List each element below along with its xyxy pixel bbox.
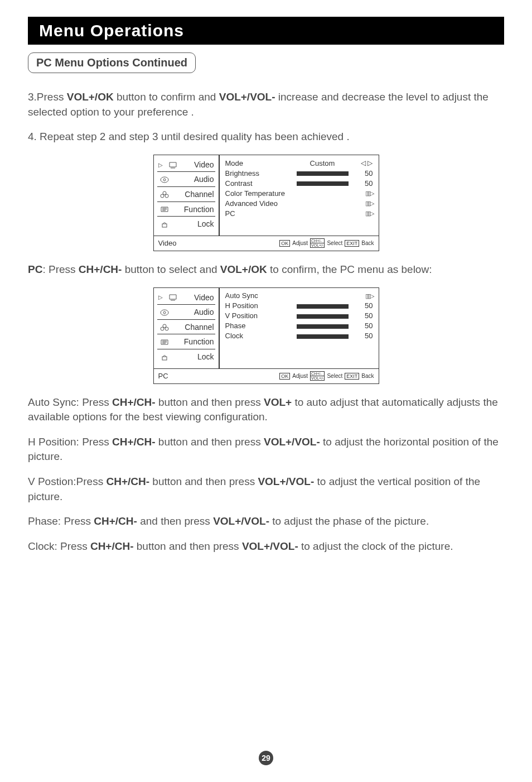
osd-tab-lock[interactable]: Lock [157,217,215,231]
osd2-tab-lock[interactable]: Lock [157,349,215,364]
osd-row-mode[interactable]: Mode Custom ◁ ▷ [225,159,373,169]
pc-intro-b1: CH+/CH- [79,263,122,275]
tab-channel-label: Channel [174,189,214,200]
video-icon [167,293,180,302]
brightness-label: Brightness [225,169,292,179]
tab-audio-label: Audio [174,307,214,318]
osd2-row-phase[interactable]: Phase 50 [225,322,373,332]
osd-tab-function[interactable]: Function [157,202,215,217]
vpos-b2: VOL+/VOL- [258,476,314,487]
autosync-label: Auto Sync [225,291,349,301]
lock-icon [158,220,171,229]
osd2-tab-channel[interactable]: Channel [157,320,215,335]
pc-intro-b2: VOL+/OK [220,263,267,275]
osd-pc: ▷ Video Audio [153,287,379,384]
vpos-desc: V Postion:Press CH+/CH- button and then … [28,474,504,504]
osd2-tabs: ▷ Video Audio [154,288,220,368]
osd2-row-hpos[interactable]: H Position 50 [225,301,373,311]
phase-label: Phase [225,321,292,331]
svg-point-6 [161,310,168,315]
pc-label: PC [225,209,349,219]
contrast-bar [297,181,349,186]
autosync-desc: Auto Sync: Press CH+/CH- button and then… [28,395,504,425]
svg-point-0 [161,177,168,183]
osd-footer-context: Video [158,238,280,248]
autosync-pre: Auto Sync: Press [28,396,112,408]
contrast-value: 50 [353,179,373,189]
osd2-items: Auto Sync ▯▯▷ H Position 50 V Position 5… [220,288,379,368]
osd2-footer-context: PC [158,371,280,381]
phase-bar [297,324,349,329]
brightness-value: 50 [353,169,373,179]
osd-items: Mode Custom ◁ ▷ Brightness 50 Contrast [220,155,379,236]
osd-tabs: ▷ Video Audio [154,155,220,236]
autosync-b2: VOL+ [264,396,292,408]
hpos-b1: CH+/CH- [112,436,156,448]
clock-mid: button and then press [134,540,242,552]
phase-value: 50 [353,321,373,331]
osd-video: ▷ Video Audio [153,155,379,251]
mode-arrows-icon: ◁ ▷ [353,159,373,168]
osd-row-advvideo[interactable]: Advanced Video ▯▯▷ [225,199,373,209]
advvideo-arrow-icon: ▯▯▷ [353,199,373,208]
tab-function-label: Function [174,337,214,348]
step3-pre: 3.Press [28,91,67,103]
vpos-mid: button and then press [149,476,258,487]
osd-row-colortemp[interactable]: Color Temperature ▯▯▷ [225,189,373,199]
clock-bar [297,334,349,339]
footer-select: Select [327,239,342,247]
vpos-pre: V Postion:Press [28,476,106,487]
step3-b2: VOL+/VOL- [219,91,275,103]
colortemp-label: Color Temperature [225,189,349,199]
tab-audio-label: Audio [174,174,214,185]
phase-pre: Phase: Press [28,515,94,527]
page-subtitle: PC Menu Options Continued [28,52,196,73]
footer-select: Select [327,372,342,380]
footer-ok-key: OK [279,373,290,380]
osd-row-contrast[interactable]: Contrast 50 [225,179,373,189]
channel-icon [158,323,171,332]
clock-b2: VOL+/VOL- [242,540,298,552]
osd2-tab-video[interactable]: ▷ Video [157,290,215,305]
footer-chvol-key: CH+/-VOL+/- [310,371,325,381]
osd-tab-video[interactable]: ▷ Video [157,157,215,172]
audio-icon [158,175,171,184]
audio-icon [158,308,171,317]
svg-rect-5 [162,224,167,227]
function-icon [158,205,171,214]
osd-tab-channel[interactable]: Channel [157,187,215,202]
clock-label: Clock [225,331,292,341]
osd2-tab-function[interactable]: Function [157,334,215,349]
pc-intro-post: to confirm, the PC menu as below: [267,263,432,275]
osd2-footer: PC OK Adjust CH+/-VOL+/- Select EXIT Bac… [154,368,379,383]
osd2-row-clock[interactable]: Clock 50 [225,332,373,342]
clock-value: 50 [353,331,373,341]
autosync-arrow-icon: ▯▯▷ [353,292,373,300]
autosync-b1: CH+/CH- [112,396,156,408]
video-icon [167,161,180,170]
phase-mid: and then press [137,515,213,527]
osd-row-pc[interactable]: PC ▯▯▷ [225,209,373,219]
footer-back: Back [361,239,374,247]
phase-post: to adjust the phase of the picture. [269,515,429,527]
vpos-label: V Position [225,311,292,321]
hpos-bar [297,304,349,309]
osd-row-brightness[interactable]: Brightness 50 [225,169,373,179]
hpos-pre: H Position: Press [28,436,112,448]
tab-video-label: Video [183,160,214,171]
phase-desc: Phase: Press CH+/CH- and then press VOL+… [28,514,504,529]
clock-pre: Clock: Press [28,540,90,552]
lock-icon [158,353,171,362]
clock-b1: CH+/CH- [90,540,134,552]
tab-lock-label: Lock [174,219,214,230]
vpos-bar [297,314,349,319]
function-icon [158,338,171,347]
caret-icon: ▷ [158,161,163,169]
osd-tab-audio[interactable]: Audio [157,172,215,187]
colortemp-arrow-icon: ▯▯▷ [353,189,373,198]
osd2-row-autosync[interactable]: Auto Sync ▯▯▷ [225,291,373,301]
footer-exit-key: EXIT [345,240,359,247]
osd2-tab-audio[interactable]: Audio [157,305,215,320]
pc-arrow-icon: ▯▯▷ [353,209,373,218]
osd2-row-vpos[interactable]: V Position 50 [225,311,373,322]
